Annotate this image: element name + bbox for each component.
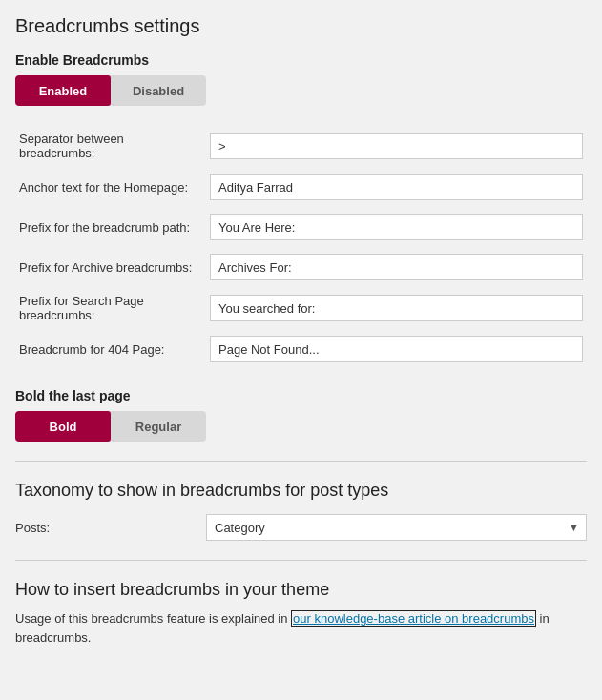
- form-label: Anchor text for the Homepage:: [15, 167, 206, 207]
- form-label: Separator between breadcrumbs:: [15, 125, 206, 167]
- disabled-button[interactable]: Disabled: [111, 75, 206, 106]
- form-row: Prefix for Archive breadcrumbs:: [15, 247, 587, 287]
- form-label: Prefix for the breadcrumb path:: [15, 207, 206, 247]
- form-row: Prefix for Search Page breadcrumbs:: [15, 287, 587, 329]
- settings-form: Separator between breadcrumbs:Anchor tex…: [15, 125, 587, 369]
- divider-1: [15, 461, 587, 462]
- form-input-cell: [206, 329, 587, 369]
- enable-breadcrumbs-section: Enable Breadcrumbs Enabled Disabled: [15, 52, 587, 106]
- form-row: Anchor text for the Homepage:: [15, 167, 587, 207]
- form-row: Breadcrumb for 404 Page:: [15, 329, 587, 369]
- form-input-1[interactable]: [210, 174, 583, 200]
- taxonomy-posts-select[interactable]: CategoryTagNone: [206, 514, 587, 541]
- regular-button[interactable]: Regular: [111, 411, 206, 442]
- form-label: Prefix for Search Page breadcrumbs:: [15, 287, 206, 329]
- knowledge-base-link[interactable]: our knowledge-base article on breadcrumb…: [291, 610, 536, 627]
- form-input-0[interactable]: [210, 133, 583, 159]
- howto-title: How to insert breadcrumbs in your theme: [15, 580, 587, 600]
- form-input-5[interactable]: [210, 336, 583, 362]
- bold-label: Bold the last page: [15, 388, 587, 403]
- form-input-cell: [206, 247, 587, 287]
- form-label: Breadcrumb for 404 Page:: [15, 329, 206, 369]
- form-input-4[interactable]: [210, 295, 583, 321]
- enabled-button[interactable]: Enabled: [15, 75, 111, 106]
- form-input-3[interactable]: [210, 254, 583, 280]
- form-row: Prefix for the breadcrumb path:: [15, 207, 587, 247]
- howto-section: How to insert breadcrumbs in your theme …: [15, 580, 587, 647]
- form-row: Separator between breadcrumbs:: [15, 125, 587, 167]
- taxonomy-select-wrap: CategoryTagNone ▼: [206, 514, 587, 541]
- page-title: Breadcrumbs settings: [15, 15, 587, 37]
- form-input-cell: [206, 167, 587, 207]
- taxonomy-title: Taxonomy to show in breadcrumbs for post…: [15, 481, 587, 501]
- enable-breadcrumbs-label: Enable Breadcrumbs: [15, 52, 587, 68]
- form-input-cell: [206, 207, 587, 247]
- form-input-cell: [206, 125, 587, 167]
- form-input-2[interactable]: [210, 214, 583, 240]
- taxonomy-posts-label: Posts:: [15, 521, 206, 535]
- enable-toggle-group: Enabled Disabled: [15, 75, 206, 106]
- bold-button[interactable]: Bold: [15, 411, 111, 442]
- howto-text: Usage of this breadcrumbs feature is exp…: [15, 609, 587, 647]
- taxonomy-posts-row: Posts: CategoryTagNone ▼: [15, 514, 587, 541]
- bold-section: Bold the last page Bold Regular: [15, 388, 587, 442]
- taxonomy-section: Taxonomy to show in breadcrumbs for post…: [15, 481, 587, 541]
- bold-toggle-group: Bold Regular: [15, 411, 206, 442]
- form-input-cell: [206, 287, 587, 329]
- divider-2: [15, 560, 587, 561]
- howto-text-before: Usage of this breadcrumbs feature is exp…: [15, 611, 291, 626]
- form-label: Prefix for Archive breadcrumbs:: [15, 247, 206, 287]
